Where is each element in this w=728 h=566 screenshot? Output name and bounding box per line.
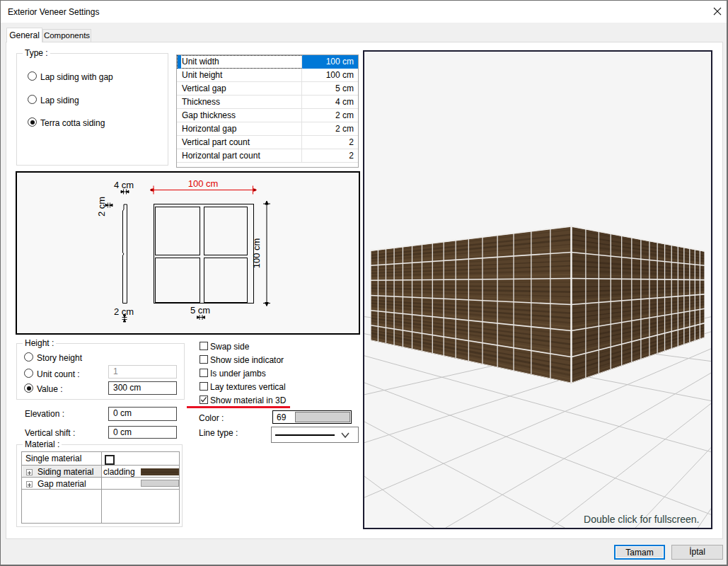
svg-text:Double click for fullscreen.: Double click for fullscreen. — [584, 514, 699, 525]
svg-text:5 cm: 5 cm — [190, 305, 210, 316]
svg-text:100 cm: 100 cm — [251, 238, 262, 269]
svg-text:100 cm: 100 cm — [188, 178, 219, 189]
svg-text:4 cm: 4 cm — [114, 180, 134, 190]
